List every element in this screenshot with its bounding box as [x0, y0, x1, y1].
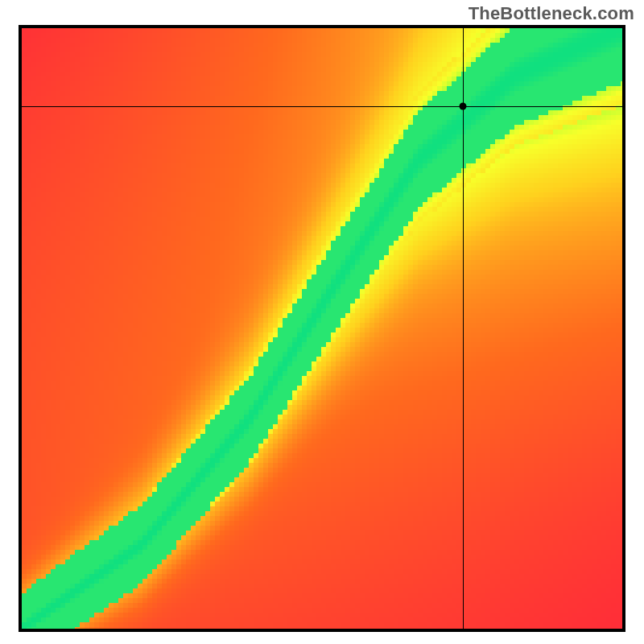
- heatmap-canvas: [22, 28, 622, 629]
- watermark-text: TheBottleneck.com: [469, 3, 634, 24]
- data-point-marker: [460, 102, 467, 109]
- crosshair-horizontal: [22, 106, 622, 107]
- crosshair-vertical: [463, 28, 464, 629]
- heatmap-plot: [19, 25, 625, 632]
